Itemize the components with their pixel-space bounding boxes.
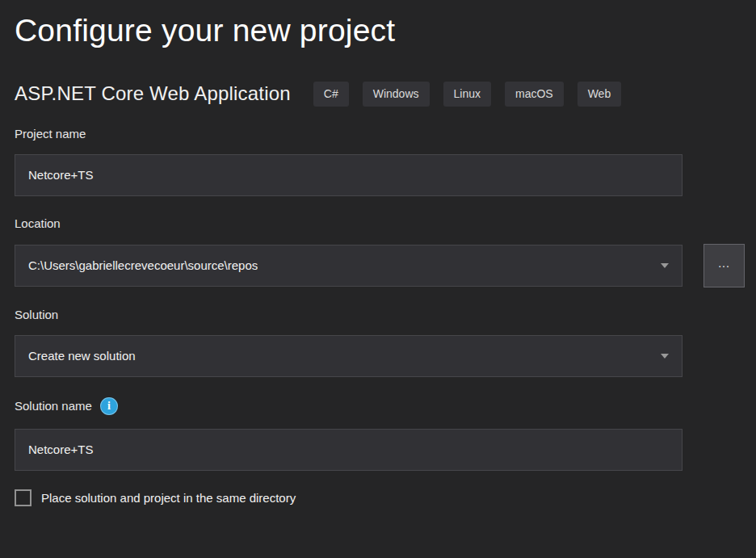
same-directory-checkbox[interactable] [15, 489, 32, 506]
chevron-down-icon [661, 263, 669, 268]
solution-name-label: Solution name [15, 399, 92, 413]
page-title: Configure your new project [15, 10, 756, 52]
tag-linux: Linux [443, 82, 491, 107]
tag-csharp: C# [313, 82, 349, 107]
solution-dropdown[interactable]: Create new solution [15, 335, 682, 377]
info-icon[interactable]: i [100, 397, 118, 415]
solution-name-label-row: Solution name i [15, 397, 756, 415]
solution-label: Solution [15, 308, 756, 321]
solution-name-input[interactable] [15, 429, 682, 471]
chevron-down-icon [661, 354, 669, 359]
location-row: C:\Users\gabriellecrevecoeur\source\repo… [15, 244, 756, 287]
location-label: Location [15, 216, 756, 230]
browse-button[interactable]: ... [704, 244, 745, 287]
solution-selected-option: Create new solution [28, 349, 136, 363]
project-name-input[interactable] [15, 154, 682, 196]
configure-project-dialog: Configure your new project ASP.NET Core … [0, 0, 756, 506]
location-combobox[interactable]: C:\Users\gabriellecrevecoeur\source\repo… [15, 245, 682, 287]
project-name-label: Project name [15, 127, 756, 141]
same-directory-label[interactable]: Place solution and project in the same d… [41, 491, 296, 505]
template-header: ASP.NET Core Web Application C# Windows … [15, 82, 756, 107]
same-directory-row: Place solution and project in the same d… [15, 489, 756, 506]
tag-web: Web [578, 82, 622, 107]
location-value: C:\Users\gabriellecrevecoeur\source\repo… [28, 258, 258, 272]
template-name: ASP.NET Core Web Application [15, 82, 291, 105]
tag-macos: macOS [505, 82, 564, 107]
tag-windows: Windows [363, 82, 430, 107]
